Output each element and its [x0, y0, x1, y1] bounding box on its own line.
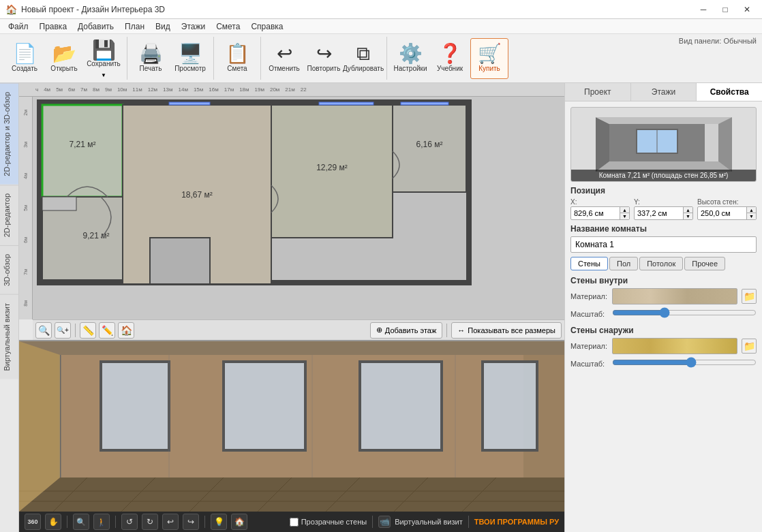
close-button[interactable]: ✕ [737, 3, 757, 16]
zoom-in-3d-button[interactable]: 🔍 [73, 514, 89, 530]
toolbar-sep [115, 516, 116, 528]
estimate-button[interactable]: 📋 Смета [218, 38, 256, 79]
hand-button[interactable]: ✋ [45, 514, 61, 530]
menu-edit[interactable]: Правка [34, 19, 73, 33]
transparent-walls-input[interactable] [290, 518, 299, 527]
undo-3d-button[interactable]: ↩ [162, 514, 179, 530]
ruler-mark: 21м [282, 87, 297, 93]
toolbar: Вид панели: Обычный 📄 Создать 📂 Открыть … [0, 34, 762, 83]
measure-button[interactable]: 📏 [80, 322, 96, 339]
sub-tab-walls[interactable]: Стены [570, 257, 608, 270]
pos-y-input[interactable] [635, 208, 683, 219]
walls-outer-scale-slider[interactable] [612, 357, 757, 368]
add-floor-button[interactable]: ⊕ Добавить этаж [370, 322, 442, 339]
walls-outer-browse-button[interactable]: 📁 [742, 339, 757, 354]
sub-tab-other[interactable]: Прочее [684, 257, 725, 270]
walls-inner-scale-slider[interactable] [612, 307, 757, 318]
svg-text:12,29 м²: 12,29 м² [316, 163, 348, 172]
toolbar-group-print: 🖨️ Печать 🖥️ Просмотр [132, 37, 214, 80]
tab-properties[interactable]: Свойства [697, 83, 762, 101]
show-dimensions-button[interactable]: ↔ Показывать все размеры [451, 322, 562, 339]
buy-icon: 🛒 [478, 44, 502, 63]
redo-button[interactable]: ↪ Повторить [305, 38, 343, 79]
walls-inner-browse-button[interactable]: 📁 [742, 289, 757, 304]
pos-x-up[interactable]: ▲ [620, 207, 629, 213]
rotate-360-button[interactable]: 360 [25, 514, 41, 530]
ruler-mark: 20м [267, 87, 282, 93]
light-button[interactable]: 💡 [211, 514, 227, 530]
pos-x-down[interactable]: ▼ [620, 213, 629, 219]
zoom-in-button[interactable]: 🔍+ [55, 322, 71, 339]
save-button[interactable]: 💾 Сохранить [85, 37, 123, 70]
tab-floors[interactable]: Этажи [631, 83, 697, 101]
save-arrow[interactable]: ▼ [85, 71, 123, 79]
toolbar-group-file: 📄 Создать 📂 Открыть 💾 Сохранить ▼ [5, 37, 127, 80]
pos-x-input[interactable] [571, 208, 620, 219]
ruler-left: 2м 3м 4м 5м 6м 7м 8м [19, 97, 33, 319]
editor-3d[interactable]: 360 ✋ 🔍 🚶 ↺ ↻ ↩ ↪ 💡 🏠 Прозрачные стены [19, 341, 564, 532]
pos-x-field: X: ▲ ▼ [570, 198, 630, 220]
menu-add[interactable]: Добавить [72, 19, 119, 33]
editor-2d[interactable]: ч 4м 5м 6м 7м 8м 9м 10м 11м 12м 13м 14м … [19, 83, 564, 341]
redo-label: Повторить [307, 65, 341, 72]
pos-y-up[interactable]: ▲ [684, 207, 692, 213]
room-name-input[interactable] [570, 236, 757, 253]
redo-3d-button[interactable]: ↪ [183, 514, 199, 530]
tab-project[interactable]: Проект [565, 83, 631, 101]
rotate-right-button[interactable]: ↻ [142, 514, 158, 530]
print-button[interactable]: 🖨️ Печать [132, 38, 170, 79]
sub-tab-ceiling[interactable]: Потолок [639, 257, 683, 270]
create-label: Создать [12, 65, 37, 72]
duplicate-button[interactable]: ⧉ Дублировать [344, 38, 382, 79]
menu-file[interactable]: Файл [3, 19, 34, 33]
sidebar-tab-virtual[interactable]: Виртуальный визит [0, 294, 18, 379]
pos-y-spin: ▲ ▼ [683, 207, 692, 219]
scene-3d [19, 341, 564, 512]
minimize-button[interactable]: ─ [694, 3, 713, 16]
maximize-button[interactable]: □ [716, 3, 735, 16]
menu-view[interactable]: Вид [150, 19, 176, 33]
menu-plan[interactable]: План [119, 19, 150, 33]
create-icon: 📄 [13, 44, 37, 63]
undo-button[interactable]: ↩ Отменить [265, 38, 303, 79]
open-button[interactable]: 📂 Открыть [45, 38, 83, 79]
zoom-out-button[interactable]: 🔍 [35, 322, 52, 339]
walk-button[interactable]: 🚶 [93, 514, 110, 530]
settings-button[interactable]: ⚙️ Настройки [391, 38, 429, 79]
ruler-mark-left: 8м [23, 300, 28, 307]
menu-help[interactable]: Справка [245, 19, 288, 33]
create-button[interactable]: 📄 Создать [5, 38, 44, 79]
ruler-mark: 9м [102, 87, 115, 93]
tutorial-button[interactable]: ❓ Учебник [431, 38, 469, 79]
floor-plan[interactable]: 7,21 м² 9,21 м² 18,67 м² 12,29 м² 6,16 м… [33, 97, 564, 319]
home-button[interactable]: 🏠 [118, 322, 134, 339]
sub-tab-floor[interactable]: Пол [609, 257, 638, 270]
pos-wall-height-up[interactable]: ▲ [747, 207, 756, 213]
toolbar-separator [446, 324, 447, 337]
walls-inner-material-preview [612, 288, 737, 304]
panel-content: Комната 7,21 м² (площадь стен 26,85 м²) … [565, 101, 762, 532]
canvas-area: ч 4м 5м 6м 7м 8м 9м 10м 11м 12м 13м 14м … [19, 83, 564, 532]
buy-button[interactable]: 🛒 Купить [470, 38, 508, 79]
pos-wall-height-input[interactable] [698, 208, 746, 219]
home-3d-button[interactable]: 🏠 [231, 514, 247, 530]
ruler-mark-left: 5м [23, 205, 28, 211]
pos-y-down[interactable]: ▼ [684, 213, 692, 219]
sidebar-tab-2d-3d[interactable]: 2D-редактор и 3D-обзор [0, 83, 18, 185]
ruler-mark: 12м [145, 87, 160, 93]
menu-floors[interactable]: Этажи [176, 19, 211, 33]
edit-button[interactable]: ✏️ [99, 322, 115, 339]
walls-inner-material-label: Материал: [570, 292, 608, 300]
menu-estimate[interactable]: Смета [211, 19, 245, 33]
pos-wall-height-down[interactable]: ▼ [747, 213, 756, 219]
pos-x-input-wrap: ▲ ▼ [570, 206, 630, 220]
ruler-mark: 18м [237, 87, 252, 93]
walls-inner-material-row: Материал: 📁 [570, 288, 757, 304]
preview-button[interactable]: 🖥️ Просмотр [171, 38, 209, 79]
sidebar-tab-2d[interactable]: 2D-редактор [0, 185, 18, 245]
transparent-walls-check[interactable]: Прозрачные стены [290, 518, 367, 527]
buy-label: Купить [478, 65, 500, 72]
sidebar-tab-3d[interactable]: 3D-обзор [0, 245, 18, 294]
rotate-left-button[interactable]: ↺ [121, 514, 138, 530]
pos-y-input-wrap: ▲ ▼ [634, 206, 693, 220]
